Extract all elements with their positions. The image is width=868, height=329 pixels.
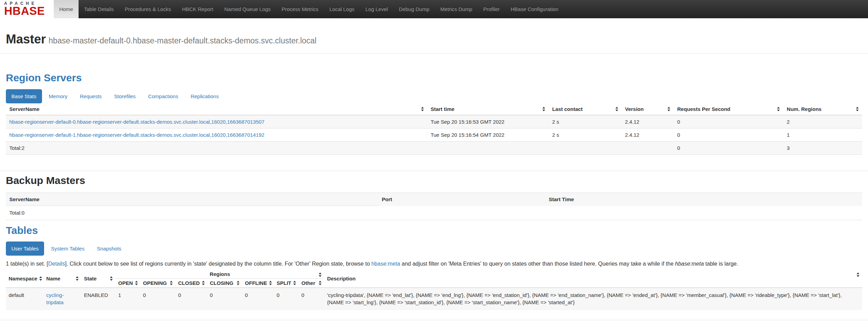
sort-icon[interactable] xyxy=(615,107,618,111)
sort-icon[interactable] xyxy=(777,107,780,111)
column-header-num-regions: Num. Regions xyxy=(787,106,821,112)
sort-icon[interactable] xyxy=(39,276,42,281)
nav-item-local-logs[interactable]: Local Logs xyxy=(324,0,360,18)
column-header-namespace: Namespace xyxy=(9,276,37,281)
nav-item-hbck-report[interactable]: HBCK Report xyxy=(176,0,219,18)
table-row: hbase-regionserver-default-1.hbase-regio… xyxy=(6,128,862,142)
nav-item-profiler[interactable]: Profiler xyxy=(478,0,506,18)
cell-start-time: Tue Sep 20 15:16:54 GMT 2022 xyxy=(427,128,549,142)
cell-version: 2.4.12 xyxy=(622,115,674,128)
note-text: 1 table(s) in set. [ xyxy=(6,261,48,267)
nav-item-hbase-configuration[interactable]: HBase Configuration xyxy=(505,0,564,18)
tab-memory[interactable]: Memory xyxy=(43,89,73,103)
sort-icon[interactable] xyxy=(237,281,239,285)
sort-icon[interactable] xyxy=(319,273,321,277)
tab-replications[interactable]: Replications xyxy=(185,89,224,103)
sort-icon[interactable] xyxy=(542,107,545,111)
column-header-start-time: Start Time xyxy=(545,193,862,206)
note-text: ]. Click count below to see list of regi… xyxy=(65,261,371,267)
user-tables-header-row-top: Namespace Name State Regions Description xyxy=(6,270,862,279)
column-header-open: OPEN xyxy=(118,280,133,286)
column-header-requests-per-second: Requests Per Second xyxy=(677,106,730,112)
cell-state: ENABLED xyxy=(81,288,115,310)
note-text: table is large. xyxy=(704,261,738,267)
sort-icon[interactable] xyxy=(856,107,859,111)
nav-item-log-level[interactable]: Log Level xyxy=(360,0,394,18)
column-header-description: Description xyxy=(327,276,356,281)
column-header-state: State xyxy=(84,276,97,281)
footer-divider xyxy=(0,320,868,320)
total-label: Total:0 xyxy=(6,206,378,220)
column-header-servername: ServerName xyxy=(9,106,40,112)
tab-user-tables[interactable]: User Tables xyxy=(6,241,44,256)
column-header-last-contact: Last contact xyxy=(552,106,582,112)
backup-masters-heading: Backup Masters xyxy=(6,175,862,186)
section-divider xyxy=(0,53,868,54)
column-header-start-time: Start time xyxy=(431,106,455,112)
sort-icon[interactable] xyxy=(857,273,859,277)
tables-heading: Tables xyxy=(6,225,862,236)
cell-offline-count[interactable]: 0 xyxy=(242,288,274,310)
sort-icon[interactable] xyxy=(667,107,670,111)
total-requests-per-second: 0 xyxy=(674,142,783,155)
column-header-opening: OPENING xyxy=(143,280,167,286)
sort-icon[interactable] xyxy=(170,281,173,285)
hbase-meta-link[interactable]: hbase:meta xyxy=(371,261,400,267)
backup-masters-table: ServerName Port Start Time Total:0 xyxy=(6,193,862,220)
cell-start-time: Tue Sep 20 15:16:53 GMT 2022 xyxy=(427,115,549,128)
cell-closed-count[interactable]: 0 xyxy=(175,288,207,310)
column-header-closing: CLOSING xyxy=(210,280,233,286)
sort-icon[interactable] xyxy=(76,276,79,281)
cell-opening-count[interactable]: 0 xyxy=(140,288,175,310)
sort-icon[interactable] xyxy=(269,281,272,285)
column-header-closed: CLOSED xyxy=(178,280,200,286)
sort-icon[interactable] xyxy=(110,276,113,281)
total-row: Total:0 xyxy=(6,206,862,220)
regionserver-link[interactable]: hbase-regionserver-default-1.hbase-regio… xyxy=(9,132,264,138)
cell-version: 2.4.12 xyxy=(622,128,674,142)
tab-compactions[interactable]: Compactions xyxy=(143,89,184,103)
nav-item-process-metrics[interactable]: Process Metrics xyxy=(276,0,324,18)
tab-base-stats[interactable]: Base Stats xyxy=(6,89,42,103)
sort-icon[interactable] xyxy=(135,281,138,285)
note-text: and adjust filter on 'Meta Entries' to q… xyxy=(400,261,675,267)
cell-closing-count[interactable]: 0 xyxy=(207,288,242,310)
nav-item-home[interactable]: Home xyxy=(54,0,79,18)
cell-description: 'cycling-tripdata', {NAME => 'end_lat'},… xyxy=(324,288,862,310)
tab-snapshots[interactable]: Snapshots xyxy=(91,241,127,256)
page-title: Masterhbase-master-default-0.hbase-maste… xyxy=(6,33,862,47)
nav-item-debug-dump[interactable]: Debug Dump xyxy=(394,0,435,18)
nav-item-metrics-dump[interactable]: Metrics Dump xyxy=(435,0,478,18)
top-navbar: APACHE HBASE Home Table Details Procedur… xyxy=(0,0,868,18)
section-divider xyxy=(0,171,868,171)
hbase-logo-text: HBASE xyxy=(4,6,50,16)
nav-item-procedures-locks[interactable]: Procedures & Locks xyxy=(119,0,176,18)
user-tables-table: Namespace Name State Regions Description… xyxy=(6,270,862,310)
cell-last-contact: 2 s xyxy=(549,115,621,128)
column-group-regions: Regions xyxy=(210,271,230,277)
cell-num-regions: 1 xyxy=(783,128,862,142)
sort-icon[interactable] xyxy=(293,281,296,285)
nav-item-table-details[interactable]: Table Details xyxy=(79,0,119,18)
tab-storefiles[interactable]: Storefiles xyxy=(109,89,141,103)
hbase-logo[interactable]: APACHE HBASE xyxy=(0,0,54,18)
region-servers-tabs: Base Stats Memory Requests Storefiles Co… xyxy=(6,89,862,103)
tab-requests[interactable]: Requests xyxy=(74,89,107,103)
cell-other-count[interactable]: 0 xyxy=(299,288,325,310)
cell-split-count[interactable]: 0 xyxy=(274,288,299,310)
table-name-link[interactable]: cycling-tripdata xyxy=(46,292,64,305)
sort-icon[interactable] xyxy=(421,107,424,111)
nav-item-named-queue-logs[interactable]: Named Queue Logs xyxy=(219,0,276,18)
tab-system-tables[interactable]: System Tables xyxy=(45,241,90,256)
regionserver-link[interactable]: hbase-regionserver-default-0.hbase-regio… xyxy=(9,119,264,125)
region-servers-header-row: ServerName Start time Last contact Versi… xyxy=(6,103,862,115)
master-hostname: hbase-master-default-0.hbase-master-defa… xyxy=(49,36,316,45)
cell-open-count[interactable]: 1 xyxy=(115,288,140,310)
table-row: default cycling-tripdata ENABLED 1 0 0 0… xyxy=(6,288,862,310)
sort-icon[interactable] xyxy=(202,281,205,285)
column-header-split: SPLIT xyxy=(277,280,292,286)
cell-last-contact: 2 s xyxy=(549,128,621,142)
details-link[interactable]: Details xyxy=(48,261,65,267)
cell-requests-per-second: 0 xyxy=(674,128,783,142)
sort-icon[interactable] xyxy=(319,281,321,285)
